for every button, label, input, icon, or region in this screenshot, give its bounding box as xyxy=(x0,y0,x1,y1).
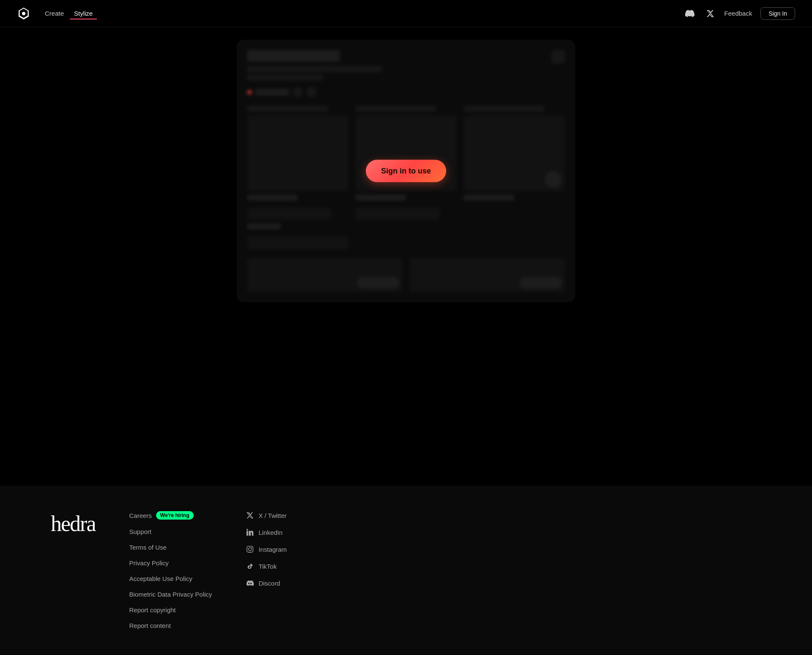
feedback-link[interactable]: Feedback xyxy=(724,10,752,17)
blurred-panel: Sign in to use xyxy=(237,40,575,302)
footer-link-copyright[interactable]: Report copyright xyxy=(129,606,212,614)
sign-in-overlay: Sign in to use xyxy=(366,160,446,182)
footer-links-section: Careers We're hiring Support Terms of Us… xyxy=(129,511,761,629)
svg-rect-3 xyxy=(247,546,253,552)
linkedin-social-icon xyxy=(246,528,254,537)
nav-stylize[interactable]: Stylize xyxy=(70,7,97,19)
footer-links-col: Careers We're hiring Support Terms of Us… xyxy=(129,511,212,629)
status-dot xyxy=(247,90,252,95)
footer-brand: hedra xyxy=(51,511,95,536)
footer: hedra Careers We're hiring Support Terms… xyxy=(0,486,812,655)
footer-link-support[interactable]: Support xyxy=(129,528,212,535)
instagram-label: Instagram xyxy=(258,546,287,553)
sign-in-button[interactable]: Sign In xyxy=(760,7,795,20)
footer-social-tiktok[interactable]: TikTok xyxy=(246,562,287,570)
twitter-social-icon xyxy=(246,511,254,520)
footer-social-linkedin[interactable]: LinkedIn xyxy=(246,528,287,537)
main-content: Sign in to use xyxy=(0,0,812,486)
svg-point-5 xyxy=(252,547,252,548)
footer-link-privacy[interactable]: Privacy Policy xyxy=(129,559,212,567)
header: Create Stylize Feedback Sign In xyxy=(0,0,812,27)
instagram-social-icon xyxy=(246,545,254,553)
sign-in-to-use-button[interactable]: Sign in to use xyxy=(366,160,446,182)
nav-create[interactable]: Create xyxy=(41,7,68,19)
header-left: Create Stylize xyxy=(17,7,97,20)
twitter-icon[interactable] xyxy=(704,8,716,19)
discord-social-icon xyxy=(246,579,254,587)
careers-label: Careers xyxy=(129,512,151,519)
footer-link-terms[interactable]: Terms of Use xyxy=(129,544,212,551)
panel-bottom-row xyxy=(247,258,565,292)
panel-header xyxy=(247,50,565,80)
footer-social-col: X / Twitter LinkedIn xyxy=(246,511,287,629)
twitter-label: X / Twitter xyxy=(258,512,286,519)
nav-links: Create Stylize xyxy=(41,7,97,19)
footer-social-discord[interactable]: Discord xyxy=(246,579,287,587)
tiktok-social-icon xyxy=(246,562,254,570)
footer-link-aup[interactable]: Acceptable Use Policy xyxy=(129,575,212,582)
footer-link-content[interactable]: Report content xyxy=(129,622,212,629)
panel-label-row xyxy=(247,87,565,97)
svg-point-4 xyxy=(249,548,252,550)
footer-social-twitter[interactable]: X / Twitter xyxy=(246,511,287,520)
header-right: Feedback Sign In xyxy=(684,7,795,20)
hedra-logo-icon[interactable] xyxy=(17,7,30,20)
footer-social-instagram[interactable]: Instagram xyxy=(246,545,287,553)
svg-point-0 xyxy=(22,12,25,15)
we-hiring-badge: We're hiring xyxy=(156,511,194,520)
footer-link-careers[interactable]: Careers We're hiring xyxy=(129,511,212,520)
discord-icon[interactable] xyxy=(684,8,696,19)
linkedin-label: LinkedIn xyxy=(258,529,283,536)
footer-logo: hedra xyxy=(51,511,95,536)
svg-point-2 xyxy=(247,529,248,531)
svg-rect-1 xyxy=(247,531,248,536)
tiktok-label: TikTok xyxy=(258,563,277,570)
discord-label: Discord xyxy=(258,580,280,587)
footer-link-biometric[interactable]: Biometric Data Privacy Policy xyxy=(129,591,212,598)
